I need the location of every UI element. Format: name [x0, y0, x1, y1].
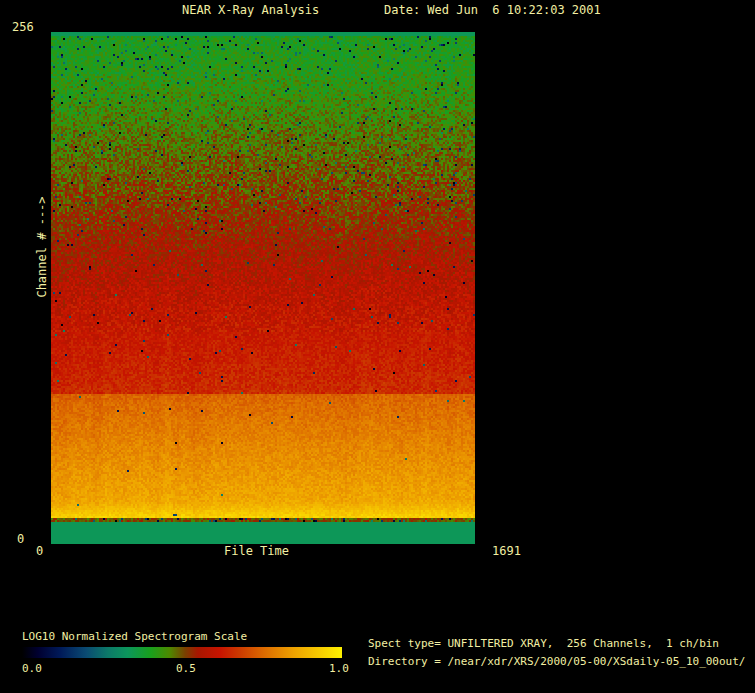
- plot-title: NEAR X-Ray Analysis: [182, 4, 319, 17]
- plot-date: Date: Wed Jun 6 10:22:03 2001: [384, 4, 601, 17]
- directory-text: Directory = /near/xdr/XRS/2000/05-00/XSd…: [368, 656, 746, 668]
- spect-type-text: Spect type= UNFILTERED XRAY, 256 Channel…: [368, 638, 719, 650]
- colorbar-tick-mid: 0.5: [176, 663, 196, 675]
- plot-window: { "header": { "title": "NEAR X-Ray Analy…: [0, 0, 755, 693]
- colorbar-tick-max: 1.0: [329, 663, 349, 675]
- colorbar-tick-min: 0.0: [22, 663, 42, 675]
- x-axis-title: File Time: [224, 545, 289, 558]
- y-axis-title: Channel # --->: [35, 196, 49, 297]
- y-axis-min-label: 0: [17, 533, 24, 546]
- spectrogram-image: [51, 32, 475, 544]
- x-axis-max-label: 1691: [492, 545, 521, 558]
- colorbar-title: LOG10 Normalized Spectrogram Scale: [22, 631, 247, 643]
- y-axis-max-label: 256: [12, 21, 34, 34]
- colorbar-gradient: [22, 647, 342, 658]
- x-axis-min-label: 0: [36, 545, 43, 558]
